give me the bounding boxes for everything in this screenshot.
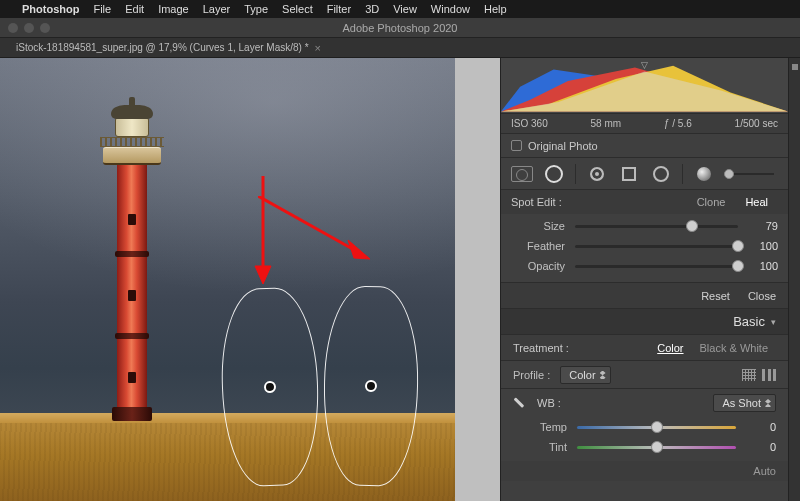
menu-help[interactable]: Help	[484, 3, 507, 15]
spot-removal-target[interactable]	[322, 285, 419, 487]
window-traffic-lights	[8, 23, 50, 33]
temp-value: 0	[746, 421, 776, 433]
heal-mode[interactable]: Heal	[735, 194, 778, 210]
spot-edit-buttons: Reset Close	[501, 283, 788, 309]
temp-slider[interactable]	[577, 426, 736, 429]
size-label: Size	[511, 220, 565, 232]
tool-slider[interactable]	[729, 173, 774, 175]
spot-edit-sliders: Size 79 Feather 100 Opacity 100	[501, 214, 788, 283]
exif-aperture: ƒ / 5.6	[664, 118, 692, 129]
basic-panel-header[interactable]: Basic ▾	[501, 309, 788, 335]
feather-value: 100	[748, 240, 778, 252]
radial-center-icon[interactable]	[586, 163, 608, 185]
size-slider[interactable]	[575, 225, 738, 228]
spot-tool-icon[interactable]	[543, 163, 565, 185]
eyedropper-icon[interactable]	[510, 393, 530, 413]
menu-type[interactable]: Type	[244, 3, 268, 15]
separator	[575, 164, 576, 184]
original-photo-row[interactable]: Original Photo	[501, 134, 788, 158]
feather-label: Feather	[511, 240, 565, 252]
opacity-label: Opacity	[511, 260, 565, 272]
auto-label: Auto	[753, 465, 776, 477]
crop-tool-icon[interactable]	[511, 163, 533, 185]
app-menubar: Photoshop File Edit Image Layer Type Sel…	[0, 0, 800, 18]
svg-line-2	[258, 196, 358, 252]
develop-panel: ▽ ISO 360 58 mm ƒ / 5.6 1/500 sec Origin…	[500, 58, 788, 501]
chevron-down-icon: ▾	[771, 317, 776, 327]
exif-focal: 58 mm	[591, 118, 622, 129]
treatment-row: Treatment : Color Black & White	[501, 335, 788, 361]
radial-tool-icon[interactable]	[650, 163, 672, 185]
menu-edit[interactable]: Edit	[125, 3, 144, 15]
canvas-area[interactable]	[0, 58, 455, 501]
wb-label: WB :	[537, 397, 561, 409]
panel-scrollbar[interactable]	[788, 58, 800, 501]
temp-label: Temp	[513, 421, 567, 433]
profile-label: Profile :	[513, 369, 550, 381]
menu-select[interactable]: Select	[282, 3, 313, 15]
scroll-up-icon[interactable]	[792, 64, 798, 70]
menu-window[interactable]: Window	[431, 3, 470, 15]
original-photo-checkbox[interactable]	[511, 140, 522, 151]
menu-image[interactable]: Image	[158, 3, 189, 15]
separator	[682, 164, 683, 184]
profile-row: Profile : Color	[501, 361, 788, 389]
rect-tool-icon[interactable]	[618, 163, 640, 185]
document-tabbar: iStock-181894581_super.jpg @ 17,9% (Curv…	[0, 38, 800, 58]
window-titlebar: Adobe Photoshop 2020	[0, 18, 800, 38]
gradient-tool-icon[interactable]	[693, 163, 715, 185]
exif-shutter: 1/500 sec	[735, 118, 778, 129]
document-tab-label: iStock-181894581_super.jpg @ 17,9% (Curv…	[16, 42, 309, 53]
treatment-label: Treatment :	[513, 342, 569, 354]
menu-3d[interactable]: 3D	[365, 3, 379, 15]
profile-grid-icon[interactable]	[742, 369, 756, 381]
basic-title: Basic	[733, 314, 765, 329]
treatment-color[interactable]: Color	[649, 340, 691, 356]
window-minimize-icon[interactable]	[24, 23, 34, 33]
profile-select[interactable]: Color	[560, 366, 610, 384]
tint-label: Tint	[513, 441, 567, 453]
wb-row: WB : As Shot	[501, 389, 788, 417]
image-lighthouse	[97, 111, 167, 421]
clone-mode[interactable]: Clone	[687, 194, 736, 210]
spot-edit-header: Spot Edit : Clone Heal	[501, 190, 788, 214]
reset-button[interactable]: Reset	[701, 290, 730, 302]
menu-view[interactable]: View	[393, 3, 417, 15]
window-title: Adobe Photoshop 2020	[343, 22, 458, 34]
menu-layer[interactable]: Layer	[203, 3, 231, 15]
opacity-slider[interactable]	[575, 265, 738, 268]
document-tab[interactable]: iStock-181894581_super.jpg @ 17,9% (Curv…	[10, 42, 327, 54]
window-zoom-icon[interactable]	[40, 23, 50, 33]
local-tools-row	[501, 158, 788, 190]
menu-photoshop[interactable]: Photoshop	[22, 3, 79, 15]
auto-row[interactable]: Auto	[501, 461, 788, 481]
wb-sliders: Temp 0 Tint 0	[501, 417, 788, 461]
tint-value: 0	[746, 441, 776, 453]
menu-filter[interactable]: Filter	[327, 3, 351, 15]
canvas-gutter	[455, 58, 500, 501]
annotation-arrow-diag	[258, 196, 378, 276]
size-value: 79	[748, 220, 778, 232]
window-close-icon[interactable]	[8, 23, 18, 33]
svg-marker-3	[348, 240, 370, 259]
treatment-bw[interactable]: Black & White	[692, 340, 776, 356]
exif-iso: ISO 360	[511, 118, 548, 129]
feather-slider[interactable]	[575, 245, 738, 248]
histogram[interactable]: ▽	[501, 58, 788, 114]
close-tab-icon[interactable]: ×	[315, 42, 321, 54]
exif-bar: ISO 360 58 mm ƒ / 5.6 1/500 sec	[501, 114, 788, 134]
close-button[interactable]: Close	[748, 290, 776, 302]
original-photo-label: Original Photo	[528, 140, 598, 152]
opacity-value: 100	[748, 260, 778, 272]
menu-file[interactable]: File	[93, 3, 111, 15]
spot-pin-icon	[264, 381, 276, 393]
spot-edit-title: Spot Edit :	[511, 196, 562, 208]
tint-slider[interactable]	[577, 446, 736, 449]
wb-select[interactable]: As Shot	[713, 394, 776, 412]
profile-list-icon[interactable]	[762, 369, 776, 381]
spot-pin-icon	[365, 380, 377, 392]
